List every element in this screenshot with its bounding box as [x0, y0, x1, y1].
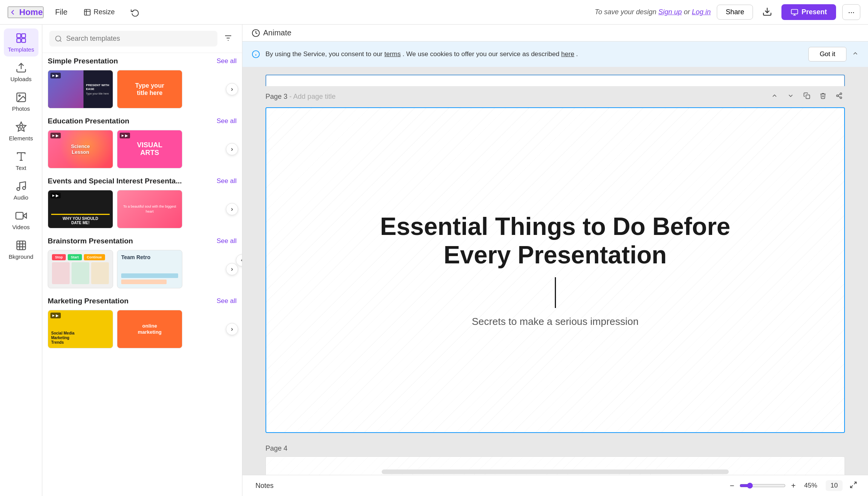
card-brain-2-title: Team Retro	[121, 254, 178, 260]
template-cards-education: ▶ ScienceLesson ▶ VISUALARTS ›	[48, 130, 237, 168]
svg-point-21	[56, 36, 61, 41]
more-options-button[interactable]: ···	[842, 4, 860, 20]
page-delete-button[interactable]	[817, 90, 829, 103]
sidebar-item-elements[interactable]: Elements	[4, 117, 38, 145]
resize-button[interactable]: Resize	[79, 6, 119, 18]
zoom-in-button[interactable]: +	[790, 480, 797, 492]
filter-button[interactable]	[221, 31, 235, 46]
resize-icon	[83, 8, 91, 16]
section-title-education: Education Presentation	[48, 117, 129, 125]
photos-icon	[15, 92, 27, 103]
svg-rect-5	[17, 34, 20, 38]
card-mkt-1-text: Social MediaMarketingTrends	[51, 331, 75, 345]
chevron-up-page-icon	[771, 92, 778, 99]
sidebar-item-audio[interactable]: Audio	[4, 176, 38, 205]
template-card-mkt-2[interactable]: onlinemarketing	[117, 310, 182, 348]
search-box[interactable]	[49, 31, 217, 47]
zoom-out-button[interactable]: −	[728, 480, 736, 492]
sidebar-item-photos[interactable]: Photos	[4, 88, 38, 116]
sidebar-item-videos[interactable]: Videos	[4, 206, 38, 234]
template-card-mkt-1[interactable]: ▶ Social MediaMarketingTrends	[48, 310, 113, 348]
undo-button[interactable]	[125, 6, 145, 19]
templates-panel: Simple Presentation See all ▶ PRESENT WI…	[42, 25, 242, 496]
text-icon	[15, 151, 27, 162]
present-button[interactable]: Present	[781, 4, 836, 20]
fullscreen-button[interactable]	[848, 479, 859, 492]
svg-point-11	[18, 95, 20, 97]
section-brainstorm-chevron[interactable]: ›	[226, 263, 238, 275]
template-card-edu-1[interactable]: ▶ ScienceLesson	[48, 130, 113, 168]
delete-icon	[820, 92, 826, 99]
template-card-simple-1[interactable]: ▶ PRESENT WITH EASE Type your title here	[48, 70, 113, 108]
file-button[interactable]: File	[50, 5, 73, 19]
animate-icon	[252, 29, 260, 37]
sidebar-label-uploads: Uploads	[10, 76, 32, 82]
template-card-event-2[interactable]: To a beautiful soul with the biggest hea…	[117, 190, 182, 228]
cookie-collapse-button[interactable]	[852, 50, 859, 59]
notes-button[interactable]: Notes	[252, 479, 277, 492]
section-marketing-chevron[interactable]: ›	[226, 323, 238, 335]
home-button[interactable]: Home	[8, 7, 43, 18]
sign-up-link[interactable]: Sign up	[658, 8, 682, 16]
pages-container: Page 3 - Add page title	[242, 67, 868, 475]
toolbar-left: Home File Resize	[8, 5, 145, 19]
section-title-simple: Simple Presentation	[48, 57, 118, 65]
page-down-button[interactable]	[785, 90, 796, 103]
see-all-education[interactable]: See all	[217, 117, 237, 125]
slide-title-page3[interactable]: Essential Things to Do Before Every Pres…	[324, 213, 786, 269]
section-edu-chevron[interactable]: ›	[226, 143, 238, 155]
fullscreen-icon	[850, 481, 857, 489]
svg-marker-13	[16, 122, 26, 131]
template-card-edu-2[interactable]: ▶ VISUALARTS	[117, 130, 182, 168]
log-in-link[interactable]: Log in	[692, 8, 711, 16]
here-link[interactable]: here	[561, 50, 574, 58]
svg-point-16	[17, 188, 20, 191]
search-icon	[55, 35, 62, 43]
brain-start-tag: Start	[68, 254, 82, 260]
terms-link[interactable]: terms	[384, 50, 401, 58]
slide-canvas-page4-partial[interactable]	[265, 456, 845, 475]
template-card-brain-1[interactable]: Stop Start Continue	[48, 250, 113, 288]
sidebar-item-text[interactable]: Text	[4, 147, 38, 175]
see-all-brainstorm[interactable]: See all	[217, 237, 237, 245]
sidebar-item-uploads[interactable]: Uploads	[4, 58, 38, 86]
svg-point-12	[20, 125, 23, 128]
page-duplicate-button[interactable]	[801, 90, 813, 103]
card-simple-2-title: Type yourtitle here	[135, 82, 164, 97]
template-card-simple-2[interactable]: Type yourtitle here	[117, 70, 182, 108]
download-button[interactable]	[759, 3, 775, 21]
sidebar-item-templates[interactable]: Templates	[4, 28, 38, 57]
zoom-slider[interactable]	[739, 483, 786, 489]
template-card-event-1[interactable]: ▶ WHY YOU SHOULDDATE ME!	[48, 190, 113, 228]
animate-button[interactable]: Animate	[252, 28, 291, 37]
see-all-marketing[interactable]: See all	[217, 297, 237, 305]
template-cards-events: ▶ WHY YOU SHOULDDATE ME! To a beautiful …	[48, 190, 237, 228]
template-cards-brainstorm: Stop Start Continue Team Retro	[48, 250, 237, 288]
svg-line-37	[851, 485, 853, 488]
search-input[interactable]	[66, 35, 212, 43]
svg-line-34	[838, 96, 840, 97]
page-up-button[interactable]	[769, 90, 780, 103]
svg-rect-0	[85, 9, 90, 15]
svg-point-33	[840, 97, 842, 99]
section-simple-chevron[interactable]: ›	[226, 83, 238, 95]
collapse-icon	[239, 258, 242, 263]
sidebar-label-text: Text	[16, 165, 27, 171]
cookie-banner: By using the Service, you consent to our…	[242, 42, 868, 67]
card-edu-1-text: ScienceLesson	[71, 143, 90, 155]
video-badge-edu-2: ▶	[120, 133, 130, 138]
video-badge-1: ▶	[50, 73, 61, 78]
see-all-simple[interactable]: See all	[217, 57, 237, 65]
svg-rect-19	[16, 212, 23, 219]
sidebar-label-background: Bkground	[8, 253, 33, 260]
section-events-chevron[interactable]: ›	[226, 203, 238, 215]
share-button[interactable]: Share	[717, 5, 753, 20]
svg-line-36	[854, 482, 856, 484]
template-card-brain-2[interactable]: Team Retro	[117, 250, 182, 288]
slide-canvas-page3[interactable]: Essential Things to Do Before Every Pres…	[265, 107, 845, 433]
toolbar: Home File Resize To save your design Sig…	[0, 0, 868, 25]
sidebar-item-background[interactable]: Bkground	[4, 236, 38, 264]
see-all-events[interactable]: See all	[217, 177, 237, 185]
got-it-button[interactable]: Got it	[808, 47, 846, 62]
page-share-button[interactable]	[833, 90, 845, 103]
